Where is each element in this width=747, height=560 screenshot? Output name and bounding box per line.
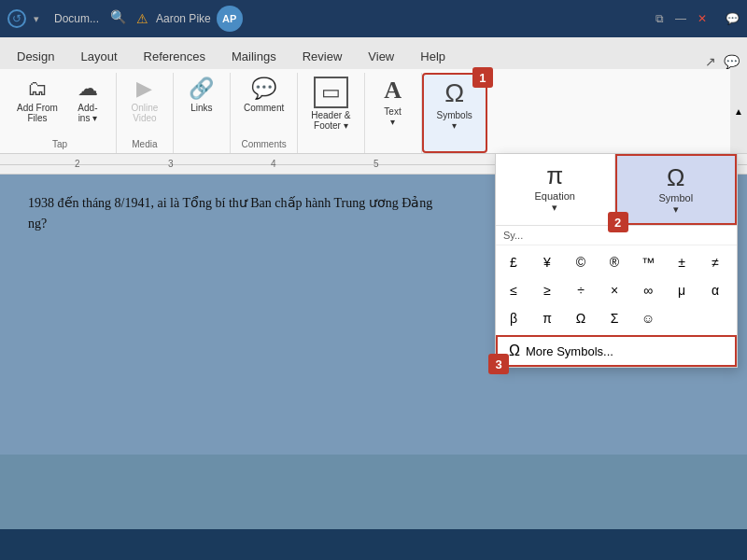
- tab-layout[interactable]: Layout: [67, 44, 130, 69]
- sym-cell-leq[interactable]: ≤: [500, 277, 528, 303]
- text-icon: A: [384, 77, 402, 105]
- online-video-button[interactable]: ▶ OnlineVideo: [124, 73, 165, 127]
- video-label: OnlineVideo: [131, 103, 158, 123]
- symbols-group-items: Ω Symbols▾: [431, 75, 478, 147]
- more-symbols-button[interactable]: Ω More Symbols... 3: [496, 335, 737, 367]
- sym-cell-times[interactable]: ×: [600, 277, 628, 303]
- video-icon: ▶: [136, 77, 152, 101]
- sym-cell-plusminus[interactable]: ±: [668, 249, 696, 275]
- badge-1: 1: [472, 67, 493, 88]
- text-button[interactable]: A Text▾: [373, 73, 414, 131]
- sym-label: Sy...: [503, 230, 523, 241]
- sym-cell-smiley[interactable]: ☺: [634, 305, 662, 331]
- ribbon-container: Design Layout References Mailings Review…: [0, 37, 747, 154]
- ribbon-group-media: ▶ OnlineVideo Media: [117, 73, 174, 153]
- add-files-icon: 🗂: [27, 77, 48, 101]
- comment-button[interactable]: 💬 Comment: [238, 73, 289, 117]
- sym-cell-registered[interactable]: ®: [600, 249, 628, 275]
- comment-label: Comment: [244, 103, 284, 113]
- badge-3: 3: [488, 354, 509, 374]
- ribbon: 🗂 Add FromFiles ☁ Add-ins ▾ Tap ▶ Online…: [0, 69, 747, 153]
- symbols-label: Symbols▾: [437, 110, 472, 131]
- links-label: Links: [190, 103, 212, 113]
- sym-cell-mu[interactable]: μ: [668, 277, 696, 303]
- symbol-icon: Ω: [667, 163, 684, 192]
- restore-button[interactable]: ⧉: [655, 12, 664, 25]
- tab-bar: Design Layout References Mailings Review…: [0, 37, 747, 69]
- sym-cell-geq[interactable]: ≥: [533, 277, 561, 303]
- tab-references[interactable]: References: [131, 44, 218, 69]
- sym-cell-yen[interactable]: ¥: [533, 249, 561, 275]
- tab-review[interactable]: Review: [289, 44, 356, 69]
- add-ins-icon: ☁: [78, 77, 98, 101]
- warning-icon: ⚠: [136, 11, 148, 26]
- search-icon[interactable]: 🔍: [110, 9, 129, 28]
- header-footer-icon: ▭: [314, 77, 348, 108]
- sym-cell-sigma[interactable]: Σ: [600, 305, 628, 331]
- user-name: Aaron Pike: [156, 12, 211, 25]
- quick-access-chevron[interactable]: ▾: [34, 13, 39, 25]
- minimize-button[interactable]: —: [675, 12, 686, 25]
- share-icon[interactable]: ↗: [705, 54, 716, 69]
- sym-cell-infinity[interactable]: ∞: [634, 277, 662, 303]
- ribbon-group-comments: 💬 Comment Comments: [231, 73, 298, 153]
- sym-cell-divide[interactable]: ÷: [567, 277, 595, 303]
- tab-mailings[interactable]: Mailings: [218, 44, 289, 69]
- media-group-items: ▶ OnlineVideo: [124, 73, 165, 139]
- sym-cell-notequal[interactable]: ≠: [701, 249, 729, 275]
- symbols-dropdown: π Equation ▾ Ω Symbol ▾ 2 Sy... £ ¥ ©: [495, 153, 738, 368]
- ribbon-toolbar: 🗂 Add FromFiles ☁ Add-ins ▾ Tap ▶ Online…: [0, 69, 747, 153]
- sym-cell-beta[interactable]: β: [500, 305, 528, 331]
- ribbon-group-links: 🔗 Links: [174, 73, 231, 153]
- links-button[interactable]: 🔗 Links: [181, 73, 222, 117]
- text-label: Text▾: [384, 106, 401, 127]
- comments-icon[interactable]: 💬: [724, 54, 740, 69]
- titlebar: ↺ ▾ Docum... 🔍 ⚠ Aaron Pike AP ⧉ — ✕ 💬: [0, 0, 747, 37]
- symbol-chevron: ▾: [673, 203, 679, 216]
- symbols-button[interactable]: Ω Symbols▾: [431, 75, 478, 134]
- tab-view[interactable]: View: [355, 44, 407, 69]
- add-files-label: Add FromFiles: [17, 103, 58, 123]
- avatar[interactable]: AP: [217, 6, 243, 32]
- comments-group-label: Comments: [241, 139, 286, 153]
- text-group-items: A Text▾: [373, 73, 414, 149]
- sym-cell-pi[interactable]: π: [533, 305, 561, 331]
- equation-button[interactable]: π Equation ▾: [496, 154, 615, 225]
- user-info: Aaron Pike AP: [156, 6, 243, 32]
- sym-cell-copyright[interactable]: ©: [567, 249, 595, 275]
- window-controls: ⧉ — ✕ 💬: [655, 12, 740, 25]
- links-group-items: 🔗 Links: [181, 73, 222, 149]
- tab-design[interactable]: Design: [4, 44, 67, 69]
- add-from-files-button[interactable]: 🗂 Add FromFiles: [11, 73, 63, 127]
- titlebar-left: ↺ ▾ Docum... 🔍 ⚠ Aaron Pike AP: [7, 6, 243, 32]
- media-group-label: Media: [132, 139, 157, 153]
- equation-icon: π: [546, 161, 563, 190]
- ribbon-group-tap: 🗂 Add FromFiles ☁ Add-ins ▾ Tap: [4, 73, 117, 153]
- refresh-icon[interactable]: ↺: [7, 9, 26, 28]
- close-button[interactable]: ✕: [698, 12, 707, 25]
- header-footer-button[interactable]: ▭ Header &Footer ▾: [305, 73, 356, 134]
- ribbon-group-header-footer: ▭ Header &Footer ▾: [298, 73, 364, 153]
- tab-help[interactable]: Help: [407, 44, 458, 69]
- sym-cell-alpha[interactable]: α: [701, 277, 729, 303]
- tab-extra-actions: ↗ 💬: [705, 54, 747, 69]
- tap-group-items: 🗂 Add FromFiles ☁ Add-ins ▾: [11, 73, 108, 139]
- add-ins-button[interactable]: ☁ Add-ins ▾: [67, 73, 108, 127]
- comments-group-items: 💬 Comment: [238, 73, 289, 139]
- sym-cell-tm[interactable]: ™: [634, 249, 662, 275]
- sym-cell-omega[interactable]: Ω: [567, 305, 595, 331]
- symbol-button[interactable]: Ω Symbol ▾ 2: [615, 154, 738, 225]
- symbols-icon: Ω: [444, 78, 464, 108]
- links-icon: 🔗: [189, 77, 214, 101]
- header-footer-group-items: ▭ Header &Footer ▾: [305, 73, 356, 149]
- sym-cell-pound[interactable]: £: [500, 249, 528, 275]
- comment-icon[interactable]: 💬: [726, 12, 740, 25]
- ribbon-group-symbols: Ω Symbols▾ 1: [422, 73, 487, 153]
- equation-chevron: ▾: [552, 202, 557, 214]
- symbol-label: Symbol: [658, 192, 693, 203]
- ribbon-scroll-up[interactable]: ▲: [730, 69, 747, 153]
- tap-group-label: Tap: [52, 139, 67, 153]
- document-title: Docum...: [54, 12, 99, 25]
- ribbon-group-text: A Text▾: [365, 73, 422, 153]
- more-symbols-omega-icon: Ω: [509, 343, 520, 359]
